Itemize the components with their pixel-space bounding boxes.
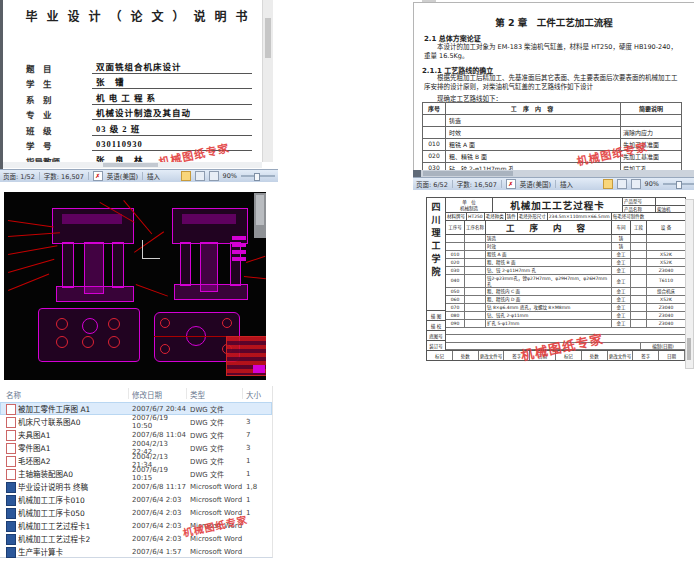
file-explorer-panel: 名称 修改日期 类型 大小 ⌃ 被加工零件工序图 A1 2007/6/7 20:… [0, 386, 273, 558]
fullscreen-view-button[interactable] [195, 171, 205, 181]
file-name[interactable]: 夹具图A1 [18, 429, 128, 440]
cover-fields: 题 目 双面铣组合机床设计 学 生 张 镭 系 别 机 电 工 程 系 专 业 … [26, 58, 252, 167]
file-row[interactable]: 生产率计算卡 2007/6/4 1:57 Microsoft Word ... [0, 545, 272, 558]
fullscreen-view-button[interactable] [617, 179, 627, 189]
web-layout-view-button[interactable] [631, 179, 641, 189]
op-equip: Z3040 [647, 312, 685, 319]
print-layout-view-button[interactable] [181, 171, 191, 181]
language-indicator[interactable]: 英语(美国) [107, 171, 138, 181]
zoom-level[interactable]: 90% [223, 172, 237, 180]
file-row[interactable]: 机械加工工艺过程卡2 2007/6/4 2:03 Microsoft Word … [0, 532, 272, 545]
file-date: 2007/6/4 2:03 [132, 535, 188, 543]
file-row[interactable]: 机床尺寸联系图A0 2007/6/19 10:50 DWG 文件 3 [0, 415, 272, 428]
sign-cell: 处数 [582, 351, 608, 360]
file-name[interactable]: 毛坯图A2 [18, 455, 128, 466]
op-sect [631, 275, 647, 287]
column-size[interactable]: 大小 [246, 389, 261, 400]
route-row: 时效 消除内应力 [423, 127, 681, 139]
file-size: 1 [246, 509, 271, 517]
cad-text-block [232, 236, 246, 240]
route-content: 粗、精铣 B 面 [446, 151, 621, 162]
file-name[interactable]: 毕业设计说明书 终稿 [18, 481, 128, 492]
file-name[interactable]: 机械加工工艺过程卡1 [18, 520, 128, 531]
scrollbar-thumb[interactable] [103, 163, 158, 167]
col-content: 工 序 内 容 [486, 221, 612, 234]
web-layout-view-button[interactable] [209, 171, 219, 181]
cad-scrollbar[interactable] [254, 193, 266, 238]
sign-cell: 签字 [504, 351, 530, 360]
op-content: 粗、精铣内 D 面 [486, 296, 612, 303]
file-name[interactable]: 机床尺寸联系图A0 [18, 416, 128, 427]
page-indicator[interactable]: 页面: 1/52 [3, 171, 35, 181]
op-content: 铰2-φ23mm孔，镗φ27H7mm、φ29H7mm、φ26H7mm孔 [486, 275, 612, 287]
file-type: DWG 文件 [190, 469, 244, 479]
vertical-scrollbar[interactable] [685, 199, 694, 369]
route-note: 先加工基准面 [621, 139, 681, 150]
file-name[interactable]: 生产率计算卡 [18, 546, 128, 557]
document-page: 第 2 章 工件工艺加工流程 2.1 总体方案论证 本设计的加工对象为 EM-1… [413, 2, 694, 172]
file-row[interactable]: 机械加工工艺过程卡1 2007/6/4 2:03 Microsoft Word … [0, 519, 272, 532]
print-layout-view-button[interactable] [603, 179, 613, 189]
file-type: Microsoft Word ... [190, 535, 244, 543]
route-row: 020 粗、精铣 B 面 先加工基准面 [423, 151, 681, 163]
file-name[interactable]: 零件图A1 [18, 442, 128, 453]
cad-base [174, 284, 248, 300]
route-content: 铸造 [446, 115, 621, 126]
word-count[interactable]: 字数: 16,507 [457, 179, 497, 189]
op-content: 钻 8×φ6.4mm 底孔，攻螺纹 8×M8mm [486, 304, 612, 311]
page-indicator[interactable]: 页面: 6/52 [416, 179, 448, 189]
column-date[interactable]: 修改日期 [132, 389, 162, 400]
zoom-slider[interactable] [241, 175, 275, 177]
foot-label: 描 校 [427, 320, 445, 330]
field-label: 题 目 [26, 62, 84, 74]
scrollbar-thumb[interactable] [423, 171, 513, 176]
route-content: 粗铣 A 面 [446, 139, 621, 150]
op-shop: 铸 [612, 243, 631, 250]
op-shop: 金工 [612, 275, 631, 287]
proofing-icon[interactable]: ✗ [506, 179, 516, 189]
vertical-scrollbar[interactable] [262, 0, 273, 162]
file-size: 1 [246, 496, 271, 504]
scrollbar-thumb[interactable] [256, 195, 264, 225]
file-name[interactable]: 主轴箱装配图A0 [18, 468, 128, 479]
signature-row: 标记处数更改文件号签字日期标记处数更改文件号签字日期 [427, 350, 685, 360]
insert-mode[interactable]: 插入 [147, 171, 160, 181]
op-no: 050 [446, 288, 465, 295]
zoom-level[interactable]: 90% [645, 180, 659, 188]
file-size: 1,8 [246, 483, 271, 491]
op-shop: 金工 [612, 259, 631, 266]
file-row[interactable]: 主轴箱装配图A0 2007/6/19 10:15 DWG 文件 1 [0, 467, 272, 480]
file-row[interactable]: 毕业设计说明书 终稿 2007/6/8 11:17 Microsoft Word… [0, 480, 272, 493]
cover-field-row: 班 级 03 级 2 班 [26, 120, 252, 136]
zoom-slider-knob[interactable] [676, 181, 682, 189]
word-count[interactable]: 字数: 16,507 [44, 171, 84, 181]
file-name[interactable]: 机械加工工序卡010 [18, 494, 128, 505]
route-note: 消除内应力 [621, 127, 681, 138]
file-name[interactable]: 机械加工工艺过程卡2 [18, 533, 128, 544]
cad-ucs-axis-icon [142, 240, 143, 258]
column-name[interactable]: 名称 [6, 389, 21, 400]
zoom-slider-knob[interactable] [254, 173, 260, 181]
language-indicator[interactable]: 英语(美国) [520, 179, 551, 189]
paragraph: 根据先粗加工后精加工、先基准面后其它表面、先主要表面后次要表面的机械加工工序安排… [424, 74, 678, 92]
file-name[interactable]: 被加工零件工序图 A1 [18, 403, 128, 414]
col-shop: 车间 [612, 221, 631, 234]
col-equip: 设 备 [647, 221, 685, 234]
zoom-slider[interactable] [663, 183, 694, 185]
horizontal-scrollbar[interactable] [413, 170, 694, 177]
insert-mode[interactable]: 插入 [560, 179, 573, 189]
horizontal-scrollbar[interactable] [3, 162, 262, 168]
proofing-icon[interactable]: ✗ [93, 171, 103, 181]
file-name[interactable]: 机械加工工序卡050 [18, 507, 128, 518]
op-equip [647, 235, 685, 242]
cad-detail [182, 214, 236, 224]
file-row[interactable]: 机械加工工序卡050 2007/6/4 2:03 Microsoft Word … [0, 506, 272, 519]
scrollbar-thumb[interactable] [687, 338, 691, 360]
file-type-icon [6, 430, 16, 441]
field-value: 03 级 2 班 [92, 122, 252, 136]
unit-cell: 单 位 机械制造 [446, 198, 493, 212]
op-sect [631, 243, 647, 250]
file-row[interactable]: 机械加工工序卡010 2007/6/4 2:03 Microsoft Word … [0, 493, 272, 506]
scroll-left-arrow[interactable] [413, 170, 421, 177]
scrollbar-thumb[interactable] [265, 18, 271, 58]
